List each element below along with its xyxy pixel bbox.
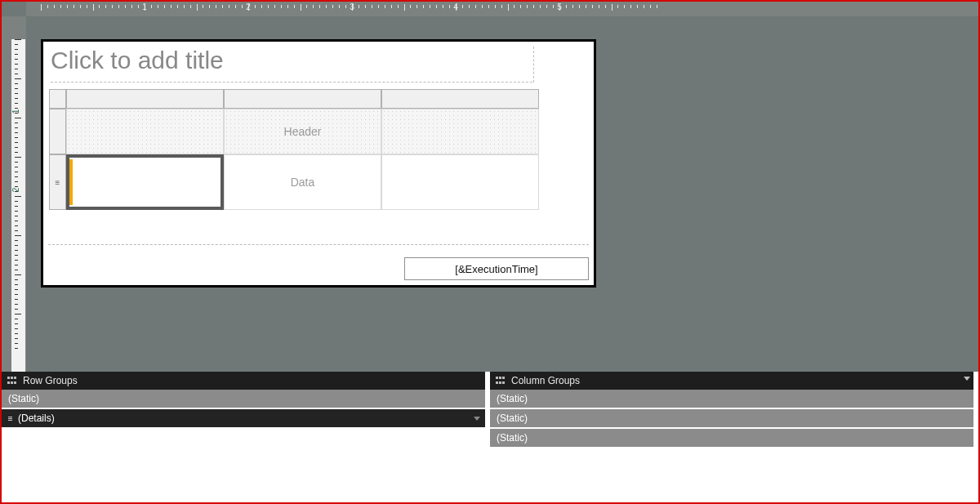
- title-right-divider: [533, 47, 534, 83]
- tablix-row-handle[interactable]: [49, 109, 66, 154]
- tablix-header-cell[interactable]: Header: [224, 109, 381, 154]
- column-group-item[interactable]: (Static): [490, 429, 973, 448]
- column-groups-blank: [490, 448, 973, 502]
- column-group-item-label: (Static): [497, 413, 528, 424]
- page-footer-divider: [48, 244, 589, 245]
- column-groups-icon: [495, 377, 506, 386]
- chevron-down-icon[interactable]: [474, 417, 480, 421]
- app-frame: 12345 12 Click to add title: [0, 0, 980, 504]
- report-page[interactable]: Click to add title Header: [41, 39, 596, 288]
- row-groups-title: Row Groups: [23, 375, 78, 386]
- row-groups-blank: [2, 429, 485, 502]
- footer-execution-time[interactable]: [&ExecutionTime]: [404, 257, 589, 280]
- column-groups-header[interactable]: Column Groups: [490, 372, 973, 390]
- column-groups-pane: Column Groups (Static) (Static) (Static): [490, 372, 978, 502]
- row-group-item[interactable]: (Static): [2, 390, 485, 409]
- row-groups-header[interactable]: Row Groups: [2, 372, 485, 390]
- row-groups-icon: [7, 377, 18, 386]
- column-group-item-label: (Static): [497, 432, 528, 444]
- tablix-column-handle[interactable]: [66, 89, 224, 109]
- grouping-panel-menu-icon[interactable]: [964, 377, 970, 381]
- tablix-data-cell[interactable]: Data: [224, 154, 381, 210]
- row-group-item-selected[interactable]: (Details): [2, 409, 485, 429]
- grouping-panel: Row Groups (Static) (Details) Column Gro…: [2, 372, 978, 502]
- column-group-item[interactable]: (Static): [490, 409, 973, 429]
- row-group-item-label: (Static): [8, 393, 39, 404]
- tablix-corner-handle[interactable]: [49, 89, 66, 109]
- tablix-column-handle[interactable]: [224, 89, 381, 109]
- design-surface[interactable]: 12345 12 Click to add title: [2, 2, 978, 372]
- details-row-handle-icon: [8, 417, 15, 421]
- row-group-item-label: (Details): [18, 413, 55, 424]
- tablix[interactable]: Header ≡ Data: [49, 89, 550, 210]
- report-title-placeholder[interactable]: Click to add title: [51, 47, 532, 83]
- tablix-header-cell[interactable]: [381, 109, 539, 154]
- column-group-item[interactable]: (Static): [490, 390, 973, 409]
- horizontal-ruler[interactable]: 12345: [26, 2, 978, 16]
- tablix-data-cell[interactable]: [381, 154, 539, 210]
- tablix-data-cell-selected[interactable]: [66, 154, 224, 210]
- column-groups-title: Column Groups: [511, 375, 580, 386]
- row-groups-pane: Row Groups (Static) (Details): [2, 372, 490, 502]
- tablix-header-cell[interactable]: [66, 109, 224, 154]
- tablix-column-handle[interactable]: [381, 89, 539, 109]
- tablix-row-handle-details[interactable]: ≡: [49, 154, 66, 210]
- vertical-ruler[interactable]: 12: [2, 16, 26, 372]
- column-group-item-label: (Static): [497, 393, 528, 404]
